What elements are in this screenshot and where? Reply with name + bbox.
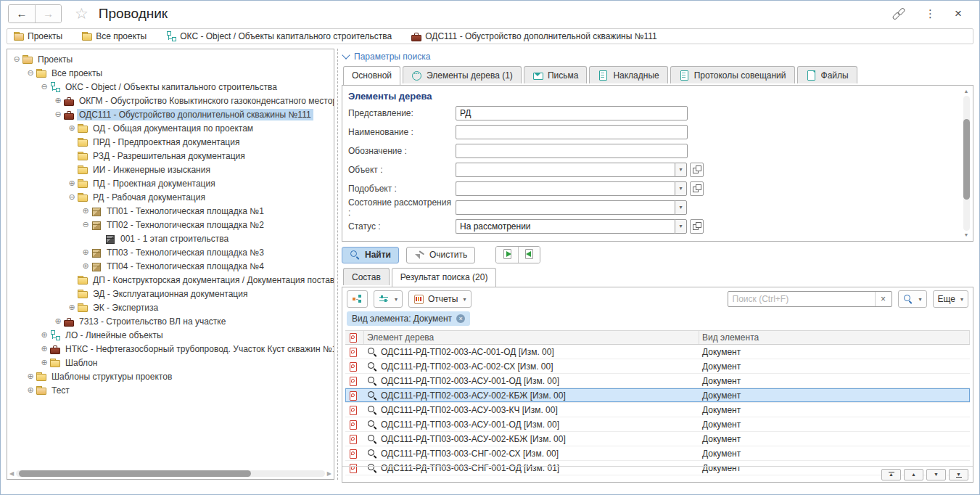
column-header-type[interactable]: Вид элемента: [699, 331, 970, 344]
forward-button[interactable]: →: [35, 5, 61, 22]
open-value-button[interactable]: [690, 219, 704, 234]
scroll-up-icon[interactable]: ▲: [964, 87, 969, 96]
tree-expander[interactable]: ⊖: [81, 218, 91, 232]
breadcrumb-item[interactable]: ОКС - Object / Объекты капитального стро…: [165, 31, 392, 41]
scrollbar-thumb[interactable]: [963, 119, 970, 200]
preview-magnifier-icon[interactable]: [367, 376, 378, 386]
tree-expander[interactable]: ⊖: [39, 80, 49, 94]
get-link-icon[interactable]: [892, 8, 906, 20]
combo-dropdown-icon[interactable]: ▾: [675, 163, 687, 177]
preview-magnifier-icon[interactable]: [367, 390, 378, 401]
tab-состав[interactable]: Состав: [343, 268, 390, 285]
tree-expander[interactable]: ⊕: [53, 314, 63, 328]
table-row[interactable]: ОДС111-РД-ТП03-003-АСУ-002-КБЖ [Изм. 00]…: [345, 432, 970, 446]
find-button[interactable]: Найти: [342, 247, 399, 263]
pdf-icon[interactable]: [348, 449, 359, 459]
pdf-column-header[interactable]: [345, 331, 364, 344]
tree-item[interactable]: ⊖ Проекты: [7, 52, 334, 66]
go-first-button[interactable]: ▲: [881, 469, 901, 480]
tree-expander[interactable]: ⊕: [67, 176, 77, 190]
tree-item[interactable]: ⊕ Шаблоны структуры проектов: [7, 369, 334, 383]
breadcrumb-item[interactable]: Все проекты: [81, 31, 147, 41]
pdf-icon[interactable]: [348, 361, 359, 372]
preview-magnifier-icon[interactable]: [367, 347, 378, 357]
tree-expander[interactable]: ⊖: [53, 107, 63, 121]
table-row[interactable]: ОДС111-РД-ТП02-003-АСУ-003-КЧ [Изм. 00] …: [345, 403, 970, 417]
table-row[interactable]: ОДС111-РД-ТП03-003-АСУ-001-ОД [Изм. 00] …: [345, 417, 970, 432]
tree-item[interactable]: ⊕ Тест: [7, 383, 334, 397]
combo-dropdown-icon[interactable]: ▾: [675, 219, 687, 234]
table-row[interactable]: ОДС111-РД-ТП02-003-АСУ-002-КБЖ [Изм. 00]…: [345, 388, 970, 403]
field-input[interactable]: [456, 200, 675, 215]
table-row[interactable]: ОДС111-РД-ТП02-003-АС-001-ОД [Изм. 00] Д…: [345, 345, 970, 359]
scrollbar-track[interactable]: [963, 96, 970, 231]
tree-item[interactable]: ⊖ ТП02 - Технологическая площадка №2: [7, 218, 334, 232]
panel-splitter[interactable]: [337, 49, 338, 480]
tree-item[interactable]: 001 - 1 этап строительства: [7, 232, 334, 245]
tree-expander[interactable]: ⊕: [25, 383, 36, 397]
tab-результат-поиска-20-[interactable]: Результат поиска (20): [392, 268, 497, 287]
pdf-icon[interactable]: [348, 434, 359, 444]
scroll-down-icon[interactable]: ▼: [964, 231, 969, 240]
tab-основной[interactable]: Основной: [343, 66, 400, 85]
tree-item[interactable]: ⊖ ОКС - Object / Объекты капитального ст…: [7, 80, 334, 94]
open-value-button[interactable]: [690, 181, 704, 196]
tree-expander[interactable]: ⊕: [81, 245, 91, 259]
tab-протоколы-совещаний[interactable]: Протоколы совещаний: [670, 66, 795, 83]
remove-filter-icon[interactable]: ×: [456, 314, 465, 323]
tab-накладные[interactable]: Накладные: [589, 66, 667, 83]
tree-item[interactable]: ⊕ ПД - Проектная документация: [7, 176, 334, 190]
filter-chip[interactable]: Вид элемента: Документ ×: [347, 311, 470, 326]
preview-magnifier-icon[interactable]: [367, 361, 378, 372]
close-icon[interactable]: ×: [955, 7, 962, 21]
scroll-right-icon[interactable]: ▶: [327, 470, 332, 477]
tree-item[interactable]: ИИ - Инженерные изыскания: [7, 163, 334, 176]
tree-item[interactable]: РЗД - Разрешительная документация: [7, 149, 334, 163]
field-input[interactable]: [456, 144, 688, 158]
favorite-star-icon[interactable]: ☆: [75, 7, 88, 21]
field-input[interactable]: [456, 181, 675, 196]
tree-expander[interactable]: ⊕: [53, 94, 63, 107]
tree-item[interactable]: ⊕ 7313 - Строительство ВЛ на участке: [7, 314, 334, 328]
preview-magnifier-icon[interactable]: [367, 449, 378, 459]
tree-item[interactable]: ⊕ ТП03 - Технологическая площадка №3: [7, 245, 334, 259]
scrollbar-track[interactable]: [16, 470, 325, 477]
tab-элементы-дерева-1-[interactable]: Элементы дерева (1): [403, 66, 522, 83]
hierarchy-view-button[interactable]: [347, 290, 368, 308]
table-row[interactable]: ОДС111-РД-ТП02-003-АС-002-СХ [Изм. 00] Д…: [345, 359, 970, 374]
tree-item[interactable]: ⊕ ЛО - Линейные объекты: [7, 328, 334, 342]
list-settings-button[interactable]: ▾: [374, 290, 403, 308]
search-params-header[interactable]: Параметры поиска: [343, 52, 430, 62]
tree-item[interactable]: ⊕ ТП04 - Технологическая площадка №4: [7, 259, 334, 273]
import-params-button[interactable]: [496, 247, 518, 263]
more-button[interactable]: Еще▾: [933, 290, 968, 308]
preview-magnifier-icon[interactable]: [367, 434, 378, 444]
tree-expander[interactable]: ⊕: [81, 259, 91, 273]
more-menu-icon[interactable]: ⋮: [925, 7, 936, 20]
tree-expander[interactable]: ⊕: [81, 204, 91, 218]
tree-expander[interactable]: ⊖: [67, 190, 77, 204]
clear-search-icon[interactable]: ×: [875, 292, 892, 306]
tree-expander[interactable]: ⊕: [67, 121, 77, 135]
pdf-icon[interactable]: [348, 420, 359, 430]
tab-письма[interactable]: Письма: [524, 66, 588, 83]
go-last-button[interactable]: ▼: [949, 469, 968, 480]
go-next-button[interactable]: ▼: [926, 469, 946, 480]
combo-dropdown-icon[interactable]: ▾: [675, 200, 687, 215]
combo-dropdown-icon[interactable]: ▾: [675, 181, 687, 196]
tab-файлы[interactable]: Файлы: [797, 66, 857, 83]
pdf-icon[interactable]: [348, 390, 359, 401]
breadcrumb-item[interactable]: ОДС111 - Обустройство дополнительной скв…: [411, 31, 657, 41]
field-input[interactable]: [456, 219, 675, 234]
quick-search-input[interactable]: [728, 292, 875, 306]
tree-expander[interactable]: ⊖: [12, 52, 22, 66]
field-input[interactable]: [456, 125, 688, 139]
reports-button[interactable]: Отчеты▾: [408, 290, 472, 308]
export-params-button[interactable]: [518, 247, 540, 263]
table-row[interactable]: ОДС111-РД-ТП02-003-АСУ-001-ОД [Изм. 00] …: [345, 374, 970, 388]
go-previous-button[interactable]: ▲: [904, 469, 923, 480]
table-row[interactable]: ОДС111-РД-ТП03-003-СНГ-002-СХ [Изм. 00] …: [345, 446, 970, 461]
breadcrumb-item[interactable]: Проекты: [13, 31, 62, 41]
tree-item[interactable]: ⊖ РД - Рабочая документация: [7, 190, 334, 204]
back-button[interactable]: ←: [9, 5, 35, 22]
